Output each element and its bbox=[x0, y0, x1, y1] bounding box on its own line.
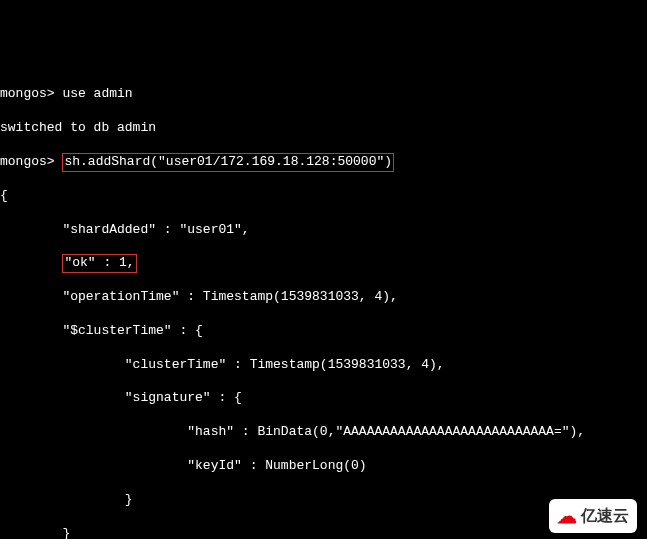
highlighted-result: "ok" : 1, bbox=[62, 254, 136, 273]
output-line: "ok" : 1, bbox=[0, 255, 647, 272]
output-line: "shardAdded" : "user01", bbox=[0, 222, 647, 239]
prompt: mongos> bbox=[0, 154, 62, 169]
cmd-line: mongos> use admin bbox=[0, 86, 647, 103]
output-line: "clusterTime" : Timestamp(1539831033, 4)… bbox=[0, 357, 647, 374]
terminal-output: mongos> use admin switched to db admin m… bbox=[0, 68, 647, 539]
highlighted-command: sh.addShard("user01/172.169.18.128:50000… bbox=[62, 153, 394, 172]
output-line: "hash" : BinData(0,"AAAAAAAAAAAAAAAAAAAA… bbox=[0, 424, 647, 441]
output-line: "signature" : { bbox=[0, 390, 647, 407]
output-line: "$clusterTime" : { bbox=[0, 323, 647, 340]
cmd-line: mongos> sh.addShard("user01/172.169.18.1… bbox=[0, 154, 647, 171]
output-line: { bbox=[0, 188, 647, 205]
output-line: "keyId" : NumberLong(0) bbox=[0, 458, 647, 475]
cloud-icon: ☁ bbox=[557, 503, 577, 529]
output-line: "operationTime" : Timestamp(1539831033, … bbox=[0, 289, 647, 306]
watermark-text: 亿速云 bbox=[581, 506, 629, 527]
watermark-badge: ☁ 亿速云 bbox=[549, 499, 637, 533]
output-line: switched to db admin bbox=[0, 120, 647, 137]
